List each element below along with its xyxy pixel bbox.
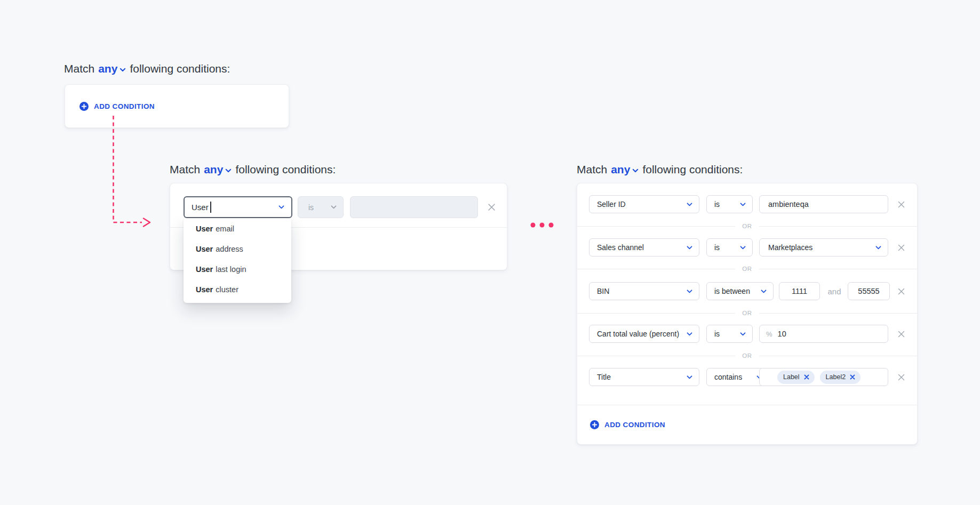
chevron-down-icon xyxy=(225,169,232,173)
text-cursor xyxy=(210,202,211,213)
option-match-part: User xyxy=(196,225,213,233)
dropdown-option-user-cluster[interactable]: User cluster xyxy=(184,279,291,300)
operator-select[interactable]: is between xyxy=(706,282,774,300)
add-condition-button[interactable]: ADD CONDITION xyxy=(590,418,665,431)
operator-value: contains xyxy=(714,373,742,381)
value-input[interactable]: ambienteqa xyxy=(759,195,888,213)
chevron-down-icon xyxy=(331,205,337,209)
chevron-down-icon xyxy=(687,290,692,293)
field-combobox-value: User xyxy=(192,203,209,212)
chevron-down-icon xyxy=(740,203,746,206)
field-value: Sales channel xyxy=(597,243,644,252)
value-input[interactable] xyxy=(350,196,478,218)
add-condition-label: ADD CONDITION xyxy=(94,102,155,110)
dropdown-option-user-email[interactable]: User email xyxy=(184,219,291,239)
match-prefix: Match xyxy=(577,163,607,176)
or-label: OR xyxy=(742,266,752,272)
chevron-down-icon xyxy=(632,169,639,173)
remove-condition-button[interactable] xyxy=(896,372,906,382)
or-divider: OR xyxy=(577,265,917,272)
match-mode-select[interactable]: any xyxy=(204,163,232,176)
operator-value: is xyxy=(714,330,720,338)
match-prefix: Match xyxy=(64,62,94,75)
chip-label: Label xyxy=(783,373,800,381)
field-select[interactable]: Seller ID xyxy=(589,195,699,213)
range-from-input[interactable]: 1111 xyxy=(779,282,820,300)
field-select[interactable]: Title xyxy=(589,368,699,386)
field-value: Cart total value (percent) xyxy=(597,330,679,338)
chevron-down-icon xyxy=(687,246,692,250)
chevron-down-icon xyxy=(119,68,126,72)
close-icon xyxy=(897,330,905,338)
value-chip: Label xyxy=(777,371,815,384)
option-rest-part: address xyxy=(216,245,243,253)
value-text: Marketplaces xyxy=(768,243,812,252)
option-match-part: User xyxy=(196,245,213,253)
operator-select[interactable]: is xyxy=(706,195,753,213)
plus-circle-icon xyxy=(79,102,89,111)
remove-condition-button[interactable] xyxy=(896,286,906,296)
match-title: Match any following conditions: xyxy=(64,62,230,76)
field-select[interactable]: Sales channel xyxy=(589,238,699,256)
dropdown-option-user-last-login[interactable]: User last login xyxy=(184,259,291,279)
remove-chip-icon[interactable] xyxy=(850,374,855,380)
match-mode-select[interactable]: any xyxy=(98,62,126,75)
match-mode-value: any xyxy=(98,62,117,75)
match-mode-value: any xyxy=(611,163,630,176)
operator-value: is xyxy=(308,203,314,212)
arrow-head-icon xyxy=(144,219,150,227)
close-icon xyxy=(897,244,905,252)
dropdown-option-user-address[interactable]: User address xyxy=(184,239,291,259)
match-mode-value: any xyxy=(204,163,223,176)
remove-condition-button[interactable] xyxy=(896,329,906,339)
operator-select[interactable]: is xyxy=(706,238,753,256)
operator-value: is between xyxy=(714,287,750,295)
match-mode-select[interactable]: any xyxy=(611,163,639,176)
footer-divider xyxy=(577,405,917,405)
field-value: BIN xyxy=(597,287,609,295)
field-select[interactable]: BIN xyxy=(589,282,699,300)
match-title: Match any following conditions: xyxy=(577,163,743,177)
chevron-down-icon xyxy=(761,290,767,293)
remove-condition-button[interactable] xyxy=(896,199,906,209)
chevron-down-icon xyxy=(687,375,692,379)
percent-value-input[interactable]: % 10 xyxy=(759,325,888,343)
match-suffix: following conditions: xyxy=(130,62,230,75)
chevron-down-icon xyxy=(875,246,881,250)
field-select[interactable]: Cart total value (percent) xyxy=(589,325,699,343)
chip-label: Label2 xyxy=(826,373,846,381)
value-text: ambienteqa xyxy=(768,200,809,209)
field-combobox[interactable]: User xyxy=(184,196,292,218)
ellipsis-dots xyxy=(531,223,554,228)
value-select[interactable]: Marketplaces xyxy=(759,238,888,256)
operator-value: is xyxy=(714,243,720,252)
chevron-down-icon xyxy=(278,205,284,209)
add-condition-button[interactable]: ADD CONDITION xyxy=(79,85,155,127)
range-to-input[interactable]: 55555 xyxy=(848,282,890,300)
range-from-value: 1111 xyxy=(792,287,807,295)
or-divider: OR xyxy=(577,309,917,317)
remove-condition-button[interactable] xyxy=(487,202,496,212)
chips-value-input[interactable]: Label Label2 xyxy=(759,368,888,386)
chevron-down-icon xyxy=(740,246,746,250)
or-divider: OR xyxy=(577,222,917,230)
close-icon xyxy=(897,287,905,295)
remove-condition-button[interactable] xyxy=(896,243,906,252)
remove-chip-icon[interactable] xyxy=(804,374,809,380)
filled-conditions-card: Seller ID is ambienteqa OR Sales channel… xyxy=(577,183,918,445)
add-condition-label: ADD CONDITION xyxy=(604,421,665,429)
match-suffix: following conditions: xyxy=(642,163,743,176)
close-icon xyxy=(897,373,905,381)
or-label: OR xyxy=(742,223,752,229)
close-icon xyxy=(897,201,905,209)
option-rest-part: email xyxy=(216,225,234,233)
field-options-dropdown: User email User address User last login … xyxy=(184,218,291,303)
plus-circle-icon xyxy=(590,420,599,429)
match-title: Match any following conditions: xyxy=(170,163,336,177)
match-prefix: Match xyxy=(170,163,200,176)
operator-select[interactable]: is xyxy=(706,325,753,343)
empty-conditions-card: ADD CONDITION xyxy=(65,84,289,128)
operator-select[interactable]: is xyxy=(298,196,344,218)
or-label: OR xyxy=(742,352,752,359)
operator-value: is xyxy=(714,200,720,209)
